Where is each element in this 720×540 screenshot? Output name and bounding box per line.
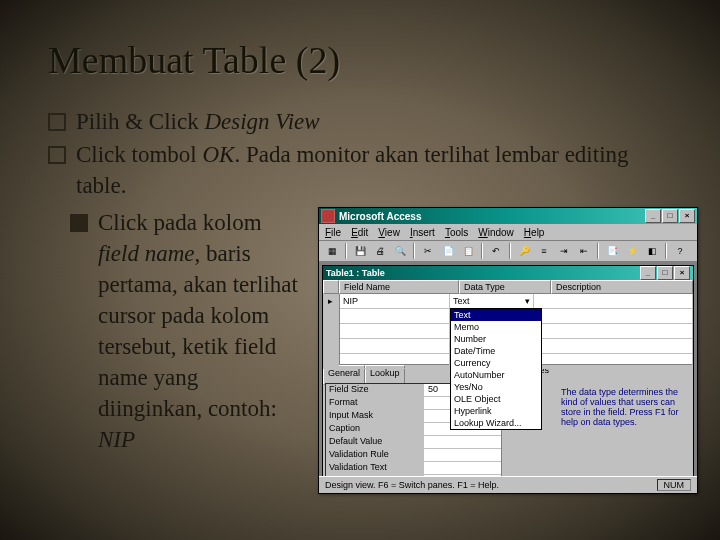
app-icon — [321, 209, 335, 223]
close-button[interactable]: × — [679, 209, 695, 223]
bullet-1-italic: Design View — [204, 109, 319, 134]
num-indicator: NUM — [657, 479, 692, 491]
app-title: Microsoft Access — [339, 211, 421, 222]
b3-i1: field name — [98, 241, 194, 266]
prop-key: Validation Rule — [326, 449, 425, 461]
child-title-text: Table1 : Table — [326, 268, 385, 278]
menu-window[interactable]: Window — [478, 227, 514, 238]
square-icon — [48, 113, 66, 131]
bullet-1-text: Pilih & Click — [76, 109, 204, 134]
type-option[interactable]: OLE Object — [451, 393, 541, 405]
type-option[interactable]: Text — [451, 309, 541, 321]
properties-button[interactable]: 📑 — [603, 242, 621, 260]
bullet-2-italic: OK — [203, 142, 235, 167]
col-description[interactable]: Description — [551, 280, 693, 294]
b3-p2: , baris pertama, akan terlihat cursor pa… — [98, 241, 298, 421]
copy-button[interactable]: 📄 — [439, 242, 457, 260]
menu-view[interactable]: View — [378, 227, 400, 238]
bullet-2-text: Click tombol — [76, 142, 203, 167]
type-option[interactable]: Memo — [451, 321, 541, 333]
col-data-type[interactable]: Data Type — [459, 280, 551, 294]
minimize-button[interactable]: _ — [645, 209, 661, 223]
bullet-3: Click pada kolom field name, baris perta… — [70, 207, 306, 455]
status-bar: Design view. F6 = Switch panes. F1 = Hel… — [319, 476, 697, 493]
menu-help[interactable]: Help — [524, 227, 545, 238]
prop-key: Validation Text — [326, 462, 425, 474]
access-window: Microsoft Access _ □ × File Edit View In… — [318, 207, 698, 494]
filled-square-icon — [70, 214, 88, 232]
app-titlebar[interactable]: Microsoft Access _ □ × — [319, 208, 697, 224]
prop-val[interactable] — [425, 436, 501, 448]
preview-button[interactable]: 🔍 — [391, 242, 409, 260]
save-button[interactable]: 💾 — [351, 242, 369, 260]
maximize-button[interactable]: □ — [662, 209, 678, 223]
status-text: Design view. F6 = Switch panes. F1 = Hel… — [325, 480, 499, 490]
prop-key: Input Mask — [326, 410, 425, 422]
prop-key: Caption — [326, 423, 425, 435]
key-button[interactable]: 🔑 — [515, 242, 533, 260]
menu-bar[interactable]: File Edit View Insert Tools Window Help — [319, 224, 697, 241]
col-field-name[interactable]: Field Name — [339, 280, 459, 294]
type-option[interactable]: Date/Time — [451, 345, 541, 357]
bullet-2: Click tombol OK. Pada monitor akan terli… — [48, 139, 672, 201]
row-selector[interactable]: ▸ — [323, 294, 339, 309]
b3-i2: NIP — [98, 427, 135, 452]
db-window-button[interactable]: ◧ — [643, 242, 661, 260]
b3-p1: Click pada kolom — [98, 210, 262, 235]
description-cell[interactable] — [534, 294, 693, 309]
child-titlebar[interactable]: Table1 : Table _ □ × — [323, 266, 693, 280]
type-option[interactable]: AutoNumber — [451, 369, 541, 381]
type-option[interactable]: Currency — [451, 357, 541, 369]
build-button[interactable]: ⚡ — [623, 242, 641, 260]
prop-key: Field Size — [326, 384, 425, 396]
menu-file[interactable]: File — [325, 227, 341, 238]
slide-title: Membuat Table (2) — [48, 38, 672, 82]
delete-row-button[interactable]: ⇤ — [575, 242, 593, 260]
prop-key: Format — [326, 397, 425, 409]
cut-button[interactable]: ✂ — [419, 242, 437, 260]
child-close-button[interactable]: × — [674, 266, 690, 280]
menu-edit[interactable]: Edit — [351, 227, 368, 238]
insert-row-button[interactable]: ⇥ — [555, 242, 573, 260]
data-type-dropdown[interactable]: Text Memo Number Date/Time Currency Auto… — [450, 308, 542, 430]
grid-header: Field Name Data Type Description — [323, 280, 693, 294]
view-button[interactable]: ▦ — [323, 242, 341, 260]
prop-val[interactable] — [425, 462, 501, 474]
menu-tools[interactable]: Tools — [445, 227, 468, 238]
rows-button[interactable]: ≡ — [535, 242, 553, 260]
row-selector-header[interactable] — [323, 280, 339, 294]
type-option[interactable]: Hyperlink — [451, 405, 541, 417]
data-type-cell[interactable]: Text▾ — [450, 294, 534, 309]
undo-button[interactable]: ↶ — [487, 242, 505, 260]
print-button[interactable]: 🖨 — [371, 242, 389, 260]
field-name-cell[interactable]: NIP — [340, 294, 450, 309]
table-design-window: Table1 : Table _ □ × Field Name Data Typ… — [322, 265, 694, 476]
bullet-1: Pilih & Click Design View — [48, 106, 672, 137]
paste-button[interactable]: 📋 — [459, 242, 477, 260]
child-min-button[interactable]: _ — [640, 266, 656, 280]
prop-val[interactable] — [425, 449, 501, 461]
grid-body[interactable]: ▸ NIP Text▾ Text — [323, 294, 693, 364]
square-icon — [48, 146, 66, 164]
type-option[interactable]: Number — [451, 333, 541, 345]
prop-key: Default Value — [326, 436, 425, 448]
type-option[interactable]: Lookup Wizard... — [451, 417, 541, 429]
hint-text: The data type determines the kind of val… — [553, 365, 693, 476]
child-max-button[interactable]: □ — [657, 266, 673, 280]
type-option[interactable]: Yes/No — [451, 381, 541, 393]
menu-insert[interactable]: Insert — [410, 227, 435, 238]
toolbar: ▦ 💾 🖨 🔍 ✂ 📄 📋 ↶ 🔑 ≡ ⇥ ⇤ — [319, 241, 697, 262]
help-button[interactable]: ? — [671, 242, 689, 260]
